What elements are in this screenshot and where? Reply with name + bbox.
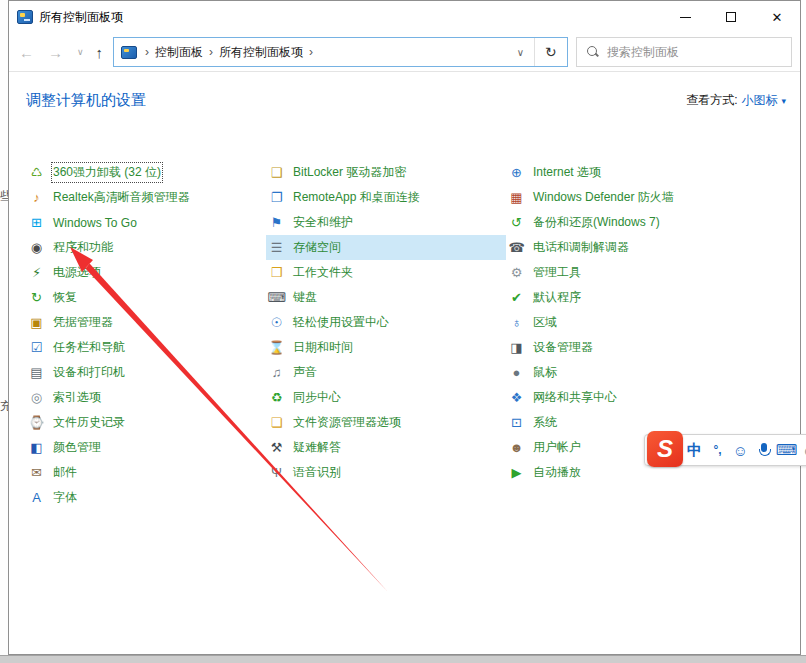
breadcrumb-all-items[interactable]: 所有控制面板项: [215, 44, 307, 61]
item-label: 颜色管理: [53, 439, 101, 456]
item-label: Internet 选项: [533, 164, 601, 181]
control-panel-item-recovery[interactable]: ↻恢复: [26, 285, 266, 310]
control-panel-item-indexing-options[interactable]: ◎索引选项: [26, 385, 266, 410]
fonts-letter-icon: A: [28, 489, 45, 506]
credential-safe-icon: ▣: [28, 314, 45, 331]
breadcrumb-control-panel[interactable]: 控制面板: [151, 44, 207, 61]
control-panel-item-windows-to-go[interactable]: ⊞Windows To Go: [26, 210, 266, 235]
maximize-button[interactable]: [708, 1, 754, 33]
backup-restore-icon: ↺: [508, 214, 525, 231]
control-panel-item-region[interactable]: ♁区域: [506, 310, 746, 335]
item-label: 语音识别: [293, 464, 341, 481]
control-panel-item-backup-and-restore[interactable]: ↺备份和还原(Windows 7): [506, 210, 746, 235]
address-dropdown-icon[interactable]: ∨: [507, 47, 534, 58]
control-panel-item-date-and-time[interactable]: ⌛日期和时间: [266, 335, 506, 360]
control-panel-item-network-and-sharing-center[interactable]: ❖网络和共享中心: [506, 385, 746, 410]
item-label: 同步中心: [293, 389, 341, 406]
up-button[interactable]: ↑: [96, 45, 104, 60]
background-text-fragment: 些: [0, 188, 8, 205]
item-label: BitLocker 驱动器加密: [293, 164, 406, 181]
control-panel-item-file-history[interactable]: ⌚文件历史记录: [26, 410, 266, 435]
minimize-button[interactable]: [662, 1, 708, 33]
control-panel-item-programs-and-features[interactable]: ◉程序和功能: [26, 235, 266, 260]
item-label: 轻松使用设置中心: [293, 314, 389, 331]
control-panel-item-file-explorer-options[interactable]: ❏文件资源管理器选项: [266, 410, 506, 435]
item-label: 自动播放: [533, 464, 581, 481]
control-panel-window: 所有控制面板项 ✕ ← → ∨ ↑ › 控制面板 › 所有控制面板项 › ∨ ↻: [8, 0, 801, 655]
view-by-control[interactable]: 查看方式: 小图标 ▾: [686, 92, 786, 109]
control-panel-item-360-uninstaller[interactable]: ♺360强力卸载 (32 位): [26, 160, 266, 185]
control-panel-item-administrative-tools[interactable]: ⚙管理工具: [506, 260, 746, 285]
emoji-icon[interactable]: ☺: [729, 436, 752, 464]
microphone-icon: Ψ: [268, 464, 285, 481]
refresh-button[interactable]: ↻: [535, 44, 567, 60]
items-column: ♺360强力卸载 (32 位)♪Realtek高清晰音频管理器⊞Windows …: [26, 160, 266, 510]
sogou-logo-icon[interactable]: S: [647, 431, 683, 467]
item-label: 键盘: [293, 289, 317, 306]
address-bar[interactable]: › 控制面板 › 所有控制面板项 › ∨ ↻: [113, 37, 568, 67]
control-panel-item-speech-recognition[interactable]: Ψ语音识别: [266, 460, 506, 485]
control-panel-item-storage-spaces[interactable]: ☰存储空间: [266, 235, 506, 260]
keyboard-icon: ⌨: [268, 289, 285, 306]
control-panel-item-work-folders[interactable]: ❒工作文件夹: [266, 260, 506, 285]
chinese-mode-icon[interactable]: 中: [683, 436, 706, 464]
control-panel-item-credential-manager[interactable]: ▣凭据管理器: [26, 310, 266, 335]
item-label: 邮件: [53, 464, 77, 481]
control-panel-item-internet-options[interactable]: ⊕Internet 选项: [506, 160, 746, 185]
search-box[interactable]: [576, 37, 792, 67]
control-panel-item-troubleshooting[interactable]: ⚒疑难解答: [266, 435, 506, 460]
control-panel-item-windows-defender-firewall[interactable]: ▦Windows Defender 防火墙: [506, 185, 746, 210]
realtek-audio-manager-icon: ♪: [28, 189, 45, 206]
control-panel-item-mail[interactable]: ✉邮件: [26, 460, 266, 485]
close-button[interactable]: ✕: [754, 1, 800, 33]
account-person-icon[interactable]: ☻: [798, 436, 806, 464]
control-panel-item-sound[interactable]: ♫声音: [266, 360, 506, 385]
control-panel-item-phone-and-modem[interactable]: ☎电话和调制解调器: [506, 235, 746, 260]
control-panel-item-taskbar-and-navigation[interactable]: ☑任务栏和导航: [26, 335, 266, 360]
window-title: 所有控制面板项: [39, 9, 123, 26]
item-label: 声音: [293, 364, 317, 381]
item-label: 程序和功能: [53, 239, 113, 256]
control-panel-item-mouse[interactable]: ●鼠标: [506, 360, 746, 385]
control-panel-item-devices-and-printers[interactable]: ▤设备和打印机: [26, 360, 266, 385]
recent-pages-dropdown[interactable]: ∨: [77, 47, 84, 57]
forward-button[interactable]: →: [48, 45, 63, 60]
windows-to-go-icon: ⊞: [28, 214, 45, 231]
view-by-value[interactable]: 小图标: [741, 92, 777, 109]
ime-buttons: 中°,☺⌨☻: [683, 436, 806, 464]
control-panel-item-security-and-maintenance[interactable]: ⚑安全和维护: [266, 210, 506, 235]
control-panel-item-ease-of-access-center[interactable]: ☉轻松使用设置中心: [266, 310, 506, 335]
control-panel-item-realtek-audio[interactable]: ♪Realtek高清晰音频管理器: [26, 185, 266, 210]
indexing-magnifier-icon: ◎: [28, 389, 45, 406]
item-label: 管理工具: [533, 264, 581, 281]
control-panel-item-color-management[interactable]: ◧颜色管理: [26, 435, 266, 460]
sound-speaker-icon: ♫: [268, 364, 285, 381]
control-panel-item-default-programs[interactable]: ✔默认程序: [506, 285, 746, 310]
control-panel-item-fonts[interactable]: A字体: [26, 485, 266, 510]
firewall-wall-icon: ▦: [508, 189, 525, 206]
control-panel-item-sync-center[interactable]: ♻同步中心: [266, 385, 506, 410]
item-label: 安全和维护: [293, 214, 353, 231]
telephone-icon: ☎: [508, 239, 525, 256]
control-panel-items-grid: ♺360强力卸载 (32 位)♪Realtek高清晰音频管理器⊞Windows …: [26, 160, 746, 510]
ime-toolbar: S 中°,☺⌨☻: [644, 434, 806, 466]
control-panel-item-bitlocker[interactable]: ❑BitLocker 驱动器加密: [266, 160, 506, 185]
control-panel-item-system[interactable]: ⊡系统: [506, 410, 746, 435]
control-panel-item-remoteapp[interactable]: ❐RemoteApp 和桌面连接: [266, 185, 506, 210]
control-panel-item-device-manager[interactable]: ◨设备管理器: [506, 335, 746, 360]
item-label: 系统: [533, 414, 557, 431]
breadcrumb: › 控制面板 › 所有控制面板项 ›: [143, 44, 507, 61]
search-input[interactable]: [607, 45, 791, 59]
control-panel-item-power-options[interactable]: ⚡电源选项: [26, 260, 266, 285]
recovery-clock-icon: ↻: [28, 289, 45, 306]
item-label: 用户帐户: [533, 439, 581, 456]
search-icon: [587, 46, 599, 58]
control-panel-icon: [121, 46, 137, 59]
voice-input-icon[interactable]: [752, 436, 775, 464]
punctuation-mode-icon[interactable]: °,: [706, 436, 729, 464]
soft-keyboard-icon[interactable]: ⌨: [775, 436, 798, 464]
bitlocker-lock-icon: ❑: [268, 164, 285, 181]
region-globe-icon: ♁: [508, 314, 525, 331]
back-button[interactable]: ←: [19, 45, 34, 60]
control-panel-item-keyboard[interactable]: ⌨键盘: [266, 285, 506, 310]
